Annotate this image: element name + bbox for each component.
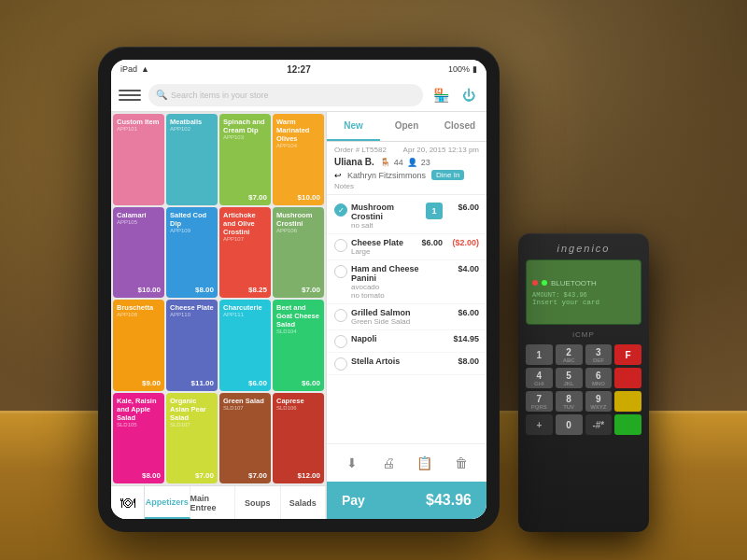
order-item[interactable]: Grilled Salmon Green Side Salad $6.00 <box>327 304 486 330</box>
ipad-toolbar: 🔍 Search items in your store 🏪 ⏻ <box>111 78 486 112</box>
ipad-main-content: Custom Item APP101 Meatballs APP102 Spin… <box>111 112 486 519</box>
store-icon[interactable]: 🏪 <box>430 85 451 105</box>
ipad-screen: iPad ▲ 12:27 100% ▮ 🔍 Search items in yo… <box>111 60 486 519</box>
item-check[interactable] <box>334 309 347 322</box>
tab-new[interactable]: New <box>327 112 380 141</box>
menu-item[interactable]: Organic Asian Pear Salad SLD107 $7.00 <box>166 393 218 484</box>
menu-item[interactable]: Warm Marinated Olives APP104 $10.00 <box>273 114 324 205</box>
server-icon: ↩ <box>334 171 342 180</box>
battery-label: 100% <box>448 64 470 74</box>
keypad-key[interactable]: 3DEF <box>585 344 613 365</box>
menu-item[interactable]: Meatballs APP102 <box>166 114 218 205</box>
item-check[interactable] <box>334 335 347 348</box>
keypad-key[interactable] <box>614 391 641 412</box>
category-icon[interactable]: 🍽 <box>111 486 145 520</box>
cat-tab-soups[interactable]: Soups <box>235 486 281 519</box>
keypad-key[interactable]: 6MNO <box>585 368 613 388</box>
guest-count: 23 <box>421 158 430 167</box>
category-tabs: 🍽 Appetizers Main Entree Soups Salads <box>111 485 326 519</box>
status-right: 100% ▮ <box>448 64 477 74</box>
cat-tab-appetizers[interactable]: Appetizers <box>145 486 190 519</box>
order-item[interactable]: Stella Artois $8.00 <box>327 353 486 375</box>
item-check[interactable]: ✓ <box>334 203 347 217</box>
order-tabs: New Open Closed <box>327 112 486 142</box>
menu-item[interactable]: Custom Item APP101 <box>113 114 164 205</box>
keypad-key[interactable]: 8TUV <box>556 391 583 412</box>
pay-button[interactable]: Pay $43.96 <box>327 482 486 519</box>
battery-icon: ▮ <box>472 64 477 74</box>
reader-model-label: iCMP <box>526 330 641 339</box>
keypad-key[interactable]: 5JKL <box>556 368 583 388</box>
reader-bluetooth-label: BLUETOOTH <box>551 279 597 287</box>
menu-item[interactable]: Salted Cod Dip APP109 $8.00 <box>166 207 218 299</box>
keypad-key[interactable]: 7PQRS <box>526 391 553 412</box>
keypad-key[interactable]: 0 <box>556 414 583 435</box>
keypad-key[interactable] <box>614 414 641 435</box>
item-info: Grilled Salmon Green Side Salad <box>351 308 443 326</box>
menu-button[interactable] <box>119 84 141 106</box>
seat-count: 44 <box>394 158 403 167</box>
order-items-list: ✓ Mushroom Crostini no salt 1 $6.00 Chee… <box>327 195 486 443</box>
print-icon[interactable]: 🖨 <box>375 450 402 476</box>
menu-item[interactable]: Bruschetta APP108 $9.00 <box>113 300 164 391</box>
search-placeholder: Search items in your store <box>171 91 269 100</box>
menu-item[interactable]: Artichoke and Olive Crostini APP107 $8.2… <box>219 207 271 299</box>
share-icon[interactable]: 📋 <box>412 450 438 476</box>
cat-tab-main-entree[interactable]: Main Entree <box>190 486 236 519</box>
order-note: Notes <box>334 182 479 190</box>
search-icon: 🔍 <box>156 90 167 100</box>
order-item[interactable]: Napoli $14.95 <box>327 330 486 353</box>
item-info: Ham and Cheese Panini avocadono tomato <box>351 264 443 300</box>
order-actions: ⬇ 🖨 📋 🗑 <box>327 443 486 482</box>
delete-icon[interactable]: 🗑 <box>448 450 474 476</box>
order-info: Order # LT5582 Apr 20, 2015 12:13 pm Uli… <box>327 142 486 195</box>
item-info: Napoli <box>351 334 443 343</box>
menu-item[interactable]: Calamari APP105 $10.00 <box>113 207 164 299</box>
tab-closed[interactable]: Closed <box>433 112 486 141</box>
power-icon[interactable]: ⏻ <box>458 85 479 105</box>
pay-label: Pay <box>342 493 365 508</box>
seat-icon: 🪑 <box>380 158 390 167</box>
menu-item[interactable]: Beet and Goat Cheese Salad SLD104 $6.00 <box>273 300 324 391</box>
order-customer: Uliana B. 🪑 44 👤 23 <box>334 157 479 167</box>
keypad-key[interactable]: 4GHI <box>526 368 553 388</box>
toolbar-icons: 🏪 ⏻ <box>430 85 479 105</box>
reader-screen-status: BLUETOOTH <box>532 279 635 287</box>
ipad-device: iPad ▲ 12:27 100% ▮ 🔍 Search items in yo… <box>98 47 500 532</box>
order-server-row: ↩ Kathryn Fitzsimmons Dine In <box>334 170 479 180</box>
search-bar[interactable]: 🔍 Search items in your store <box>148 84 423 106</box>
keypad-key[interactable]: F <box>614 344 641 365</box>
keypad-key[interactable]: 2ABC <box>556 344 583 365</box>
card-reader-device: ingenico BLUETOOTH AMOUNT: $43.96 Insert… <box>518 233 649 532</box>
item-check[interactable] <box>334 239 347 252</box>
tab-open[interactable]: Open <box>380 112 433 141</box>
menu-item[interactable]: Spinach and Cream Dip APP103 $7.00 <box>219 114 271 205</box>
menu-item[interactable]: Cheese Plate APP110 $11.00 <box>166 300 218 391</box>
order-item[interactable]: ✓ Mushroom Crostini no salt 1 $6.00 <box>327 199 486 234</box>
ipad-status-bar: iPad ▲ 12:27 100% ▮ <box>111 60 486 78</box>
menu-item[interactable]: Caprese SLD106 $12.00 <box>273 393 324 484</box>
keypad-key[interactable]: + <box>526 414 553 435</box>
item-check[interactable] <box>334 357 347 371</box>
main-scene: iPad ▲ 12:27 100% ▮ 🔍 Search items in yo… <box>0 0 747 560</box>
order-item[interactable]: Cheese Plate Large $6.00 ($2.00) <box>327 234 486 260</box>
item-info: Stella Artois <box>351 357 443 366</box>
keypad-key[interactable]: 9WXYZ <box>585 391 613 412</box>
keypad-key[interactable] <box>614 368 641 388</box>
keypad-key[interactable]: 1 <box>526 344 553 365</box>
keypad-key[interactable]: -#* <box>585 414 613 435</box>
download-icon[interactable]: ⬇ <box>339 450 365 476</box>
key-row: 4GHI5JKL6MNO <box>526 368 641 388</box>
cat-tab-salads[interactable]: Salads <box>281 486 327 519</box>
order-item[interactable]: Ham and Cheese Panini avocadono tomato $… <box>327 260 486 304</box>
key-row: 12ABC3DEFF <box>526 344 641 365</box>
ipad-label: iPad <box>120 64 137 74</box>
menu-item[interactable]: Mushroom Crostini APP106 $7.00 <box>273 207 324 299</box>
menu-item[interactable]: Green Salad SLD107 $7.00 <box>219 393 271 484</box>
item-check[interactable] <box>334 265 347 278</box>
reader-indicator-green <box>542 280 547 286</box>
menu-item[interactable]: Charcuterie APP111 $6.00 <box>219 300 271 391</box>
reader-screen: BLUETOOTH AMOUNT: $43.96 Insert your car… <box>526 259 641 325</box>
menu-item[interactable]: Kale, Raisin and Apple Salad SLD105 $8.0… <box>113 393 164 484</box>
order-meta: Order # LT5582 Apr 20, 2015 12:13 pm <box>334 146 479 154</box>
